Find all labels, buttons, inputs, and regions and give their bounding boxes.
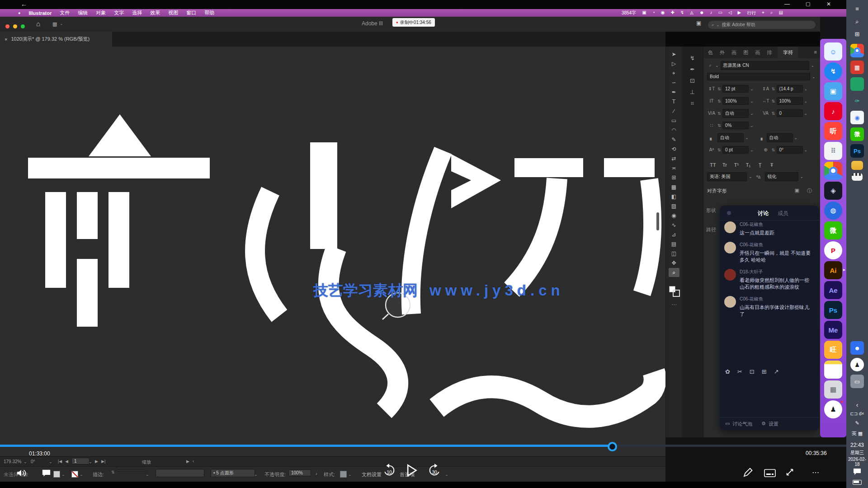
app-menu-illustrator[interactable]: Illustrator bbox=[28, 10, 52, 16]
quick-panel-icon[interactable]: ✒ bbox=[686, 66, 699, 73]
menubar-status-icon[interactable]: 行行 bbox=[747, 10, 756, 16]
dock-item[interactable]: ◍ bbox=[824, 202, 842, 220]
taskbar-clock[interactable]: 22:43 星期三 2026-02-18 bbox=[846, 442, 868, 467]
menubar-status-icon[interactable]: ▭ bbox=[718, 10, 722, 16]
taskbar-system-icon[interactable]: ⌕ bbox=[846, 15, 868, 28]
setting-field[interactable]: 自动 bbox=[722, 109, 749, 118]
taskbar-app[interactable]: ♟ bbox=[850, 358, 864, 371]
stepper-icon[interactable]: ⇅ bbox=[717, 123, 721, 128]
chevron-down-icon[interactable]: ⌄ bbox=[750, 148, 754, 152]
menubar-status-icon[interactable]: ☻ bbox=[699, 10, 704, 16]
tool-button[interactable]: ▷ bbox=[669, 59, 679, 68]
tool-button[interactable]: ∕ bbox=[669, 107, 679, 116]
taskbar-app[interactable]: ☻ bbox=[850, 341, 864, 355]
chevron-down-icon[interactable]: ⌄ bbox=[794, 136, 798, 140]
pen-tray-icon[interactable]: ✎ bbox=[846, 420, 868, 426]
chevron-down-icon[interactable]: ⌄ bbox=[445, 472, 448, 477]
ime-indicator[interactable]: 英 ▦ bbox=[846, 430, 868, 437]
tab-character[interactable]: 字符 bbox=[778, 47, 798, 58]
menubar-status-icon[interactable]: ✚ bbox=[670, 10, 674, 16]
tool-button[interactable]: ∿ bbox=[669, 221, 679, 230]
setting-field[interactable]: 100% bbox=[722, 97, 749, 105]
dock-item[interactable]: ☺ bbox=[824, 42, 842, 61]
canvas-scrollbar[interactable] bbox=[656, 212, 659, 230]
type-case-button[interactable]: Tr bbox=[719, 162, 731, 168]
dock-item[interactable] bbox=[824, 361, 842, 379]
dock-item[interactable]: ♪ bbox=[824, 102, 842, 120]
help-search-field[interactable]: ⌕ ⌄ 搜索 Adobe 帮助 bbox=[708, 21, 816, 29]
dock-item[interactable]: ▦ bbox=[824, 380, 842, 399]
chat-toolbar-icon[interactable]: ⊡ bbox=[750, 368, 755, 375]
menubar-status-icon[interactable]: ♪ bbox=[710, 10, 712, 16]
panel-menu-icon[interactable]: ≡ bbox=[814, 49, 817, 55]
tool-button[interactable]: ◉ bbox=[669, 211, 679, 220]
artboard-first-icon[interactable]: |◀ bbox=[58, 459, 62, 464]
home-icon[interactable]: ⌂ bbox=[36, 20, 40, 28]
taskbar-app[interactable] bbox=[851, 161, 863, 170]
stepper-icon[interactable]: ⇅ bbox=[772, 148, 775, 152]
setting-field[interactable]: 12 pt bbox=[722, 85, 749, 93]
tool-button[interactable]: ⌖ bbox=[669, 69, 679, 78]
stepper-icon[interactable]: ⇅ bbox=[717, 148, 721, 152]
document-tab[interactable]: × 1020演示* @ 179.32 % (RGB/预览) bbox=[0, 32, 112, 47]
dock-item[interactable]: ⠿ bbox=[824, 142, 842, 160]
font-style-field[interactable]: Bold bbox=[707, 73, 810, 80]
subtitle-keyboard-icon[interactable] bbox=[764, 469, 776, 477]
menu-item[interactable]: 对象 bbox=[96, 9, 106, 16]
antialias-field[interactable]: 锐化 bbox=[765, 172, 798, 181]
glyph-snap-icon[interactable]: ▣ bbox=[795, 188, 799, 193]
tool-button[interactable]: ◠ bbox=[669, 126, 679, 135]
taskbar-app[interactable]: ◉ bbox=[850, 111, 864, 124]
dock-item[interactable]: ↯ bbox=[824, 62, 842, 80]
taskbar-app[interactable]: ▭ bbox=[850, 375, 864, 388]
stroke-swatch[interactable] bbox=[71, 471, 78, 478]
tool-button[interactable]: ➤ bbox=[669, 50, 679, 59]
tool-button[interactable]: ∽ bbox=[669, 78, 679, 87]
chevron-down-icon[interactable]: ⌄ bbox=[800, 174, 804, 179]
chevron-down-icon[interactable]: ⌄ bbox=[745, 136, 749, 140]
tab-members[interactable]: 成员 bbox=[778, 210, 788, 217]
chevron-down-icon[interactable]: ⌄ bbox=[24, 460, 27, 464]
quick-panel-icon[interactable]: ⌗ bbox=[686, 100, 699, 107]
comment-icon[interactable] bbox=[853, 468, 861, 475]
info-icon[interactable]: ⓘ bbox=[807, 188, 812, 194]
skip-forward-30-button[interactable]: 30 bbox=[428, 464, 441, 477]
fullscreen-icon[interactable] bbox=[785, 467, 795, 477]
style-swatch[interactable] bbox=[340, 471, 347, 478]
collapsed-panel-label[interactable]: 路径 bbox=[706, 226, 716, 246]
artboard-next-icon[interactable]: ▶ bbox=[95, 459, 98, 464]
tool-button[interactable]: ≍ bbox=[669, 164, 679, 173]
tool-button[interactable]: ◧ bbox=[669, 192, 679, 201]
setting-field[interactable]: 0 bbox=[777, 109, 803, 117]
tool-button[interactable]: ⟲ bbox=[669, 145, 679, 154]
setting-field[interactable]: 0% bbox=[722, 122, 749, 129]
font-style-chevron-icon[interactable]: ⌄ bbox=[812, 75, 816, 79]
menubar-status-icon[interactable]: ◬ bbox=[690, 10, 693, 16]
menu-item[interactable]: 文字 bbox=[114, 9, 124, 16]
rotation-value[interactable]: 0° bbox=[31, 459, 35, 464]
tools-more-icon[interactable]: ⋯ bbox=[669, 300, 679, 309]
tool-button[interactable]: ▩ bbox=[669, 183, 679, 192]
stepper-icon[interactable]: ⇅ bbox=[772, 87, 775, 91]
dock-item[interactable]: 微 bbox=[824, 221, 842, 239]
danmaku-icon[interactable] bbox=[42, 469, 51, 478]
taskbar-system-icon[interactable]: ≡ bbox=[846, 3, 868, 15]
play-button[interactable] bbox=[404, 463, 419, 478]
menubar-status-icon[interactable]: ◁ bbox=[728, 10, 732, 16]
chevron-down-icon[interactable]: ⌄ bbox=[749, 174, 752, 179]
opacity-expand-icon[interactable]: › bbox=[316, 471, 317, 476]
tool-button[interactable]: T bbox=[669, 97, 679, 106]
dock-item[interactable]: P bbox=[824, 241, 842, 259]
fill-swatch[interactable] bbox=[53, 471, 60, 478]
menubar-status-icon[interactable]: ◔ bbox=[652, 10, 655, 16]
chat-toolbar-icon[interactable]: ⊞ bbox=[762, 368, 767, 375]
type-case-button[interactable]: T₁ bbox=[742, 162, 754, 168]
close-button[interactable]: ✕ bbox=[826, 1, 831, 7]
setting-field[interactable]: (14.4 p bbox=[777, 85, 803, 93]
menubar-status-icon[interactable]: ⌕ bbox=[770, 10, 773, 16]
chevron-down-icon[interactable]: ⌄ bbox=[348, 472, 352, 477]
quick-panel-icon[interactable]: ⊡ bbox=[686, 77, 699, 84]
tool-button[interactable]: ◫ bbox=[669, 249, 679, 258]
chevron-down-icon[interactable]: ⌄ bbox=[750, 87, 754, 91]
tab-close-icon[interactable]: × bbox=[5, 37, 7, 42]
